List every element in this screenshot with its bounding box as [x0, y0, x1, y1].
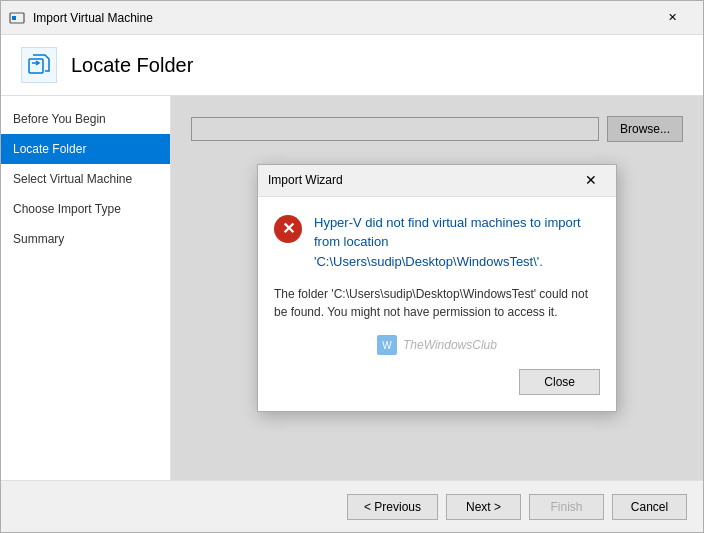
import-wizard-dialog: Import Wizard ✕ ✕ Hyper-V did not find v…	[257, 164, 617, 413]
svg-rect-1	[12, 16, 16, 20]
page-header: Locate Folder	[1, 35, 703, 96]
content-area: Before You Begin Locate Folder Select Vi…	[1, 96, 703, 480]
cancel-button[interactable]: Cancel	[612, 494, 687, 520]
dialog-watermark: W TheWindowsClub	[274, 335, 600, 355]
dialog-body: ✕ Hyper-V did not find virtual machines …	[258, 197, 616, 412]
footer: < Previous Next > Finish Cancel	[1, 480, 703, 532]
title-bar-icon	[9, 10, 25, 26]
sidebar-item-summary[interactable]: Summary	[1, 224, 170, 254]
dialog-title: Import Wizard	[268, 173, 576, 187]
sidebar-item-choose-import-type[interactable]: Choose Import Type	[1, 194, 170, 224]
sidebar-item-locate-folder[interactable]: Locate Folder	[1, 134, 170, 164]
dialog-footer: Close	[274, 369, 600, 395]
modal-overlay: Import Wizard ✕ ✕ Hyper-V did not find v…	[171, 96, 703, 480]
dialog-close-action-button[interactable]: Close	[519, 369, 600, 395]
window-close-button[interactable]: ✕	[649, 3, 695, 33]
finish-button[interactable]: Finish	[529, 494, 604, 520]
watermark-text: TheWindowsClub	[403, 338, 497, 352]
title-bar-controls: ✕	[649, 3, 695, 33]
dialog-detail-message: The folder 'C:\Users\sudip\Desktop\Windo…	[274, 285, 600, 321]
dialog-main-message: Hyper-V did not find virtual machines to…	[314, 213, 600, 272]
sidebar-item-select-vm[interactable]: Select Virtual Machine	[1, 164, 170, 194]
title-bar-title: Import Virtual Machine	[33, 11, 649, 25]
page-header-icon	[21, 47, 57, 83]
dialog-title-bar: Import Wizard ✕	[258, 165, 616, 197]
watermark-logo: W	[377, 335, 397, 355]
error-icon: ✕	[274, 215, 302, 243]
title-bar: Import Virtual Machine ✕	[1, 1, 703, 35]
main-content: Browse... Import Wizard ✕ ✕ Hyper-V did …	[171, 96, 703, 480]
sidebar: Before You Begin Locate Folder Select Vi…	[1, 96, 171, 480]
sidebar-item-before-you-begin[interactable]: Before You Begin	[1, 104, 170, 134]
dialog-close-button[interactable]: ✕	[576, 166, 606, 194]
previous-button[interactable]: < Previous	[347, 494, 438, 520]
page-title: Locate Folder	[71, 54, 193, 77]
dialog-error-row: ✕ Hyper-V did not find virtual machines …	[274, 213, 600, 272]
next-button[interactable]: Next >	[446, 494, 521, 520]
main-window: Import Virtual Machine ✕ Locate Folder B…	[0, 0, 704, 533]
